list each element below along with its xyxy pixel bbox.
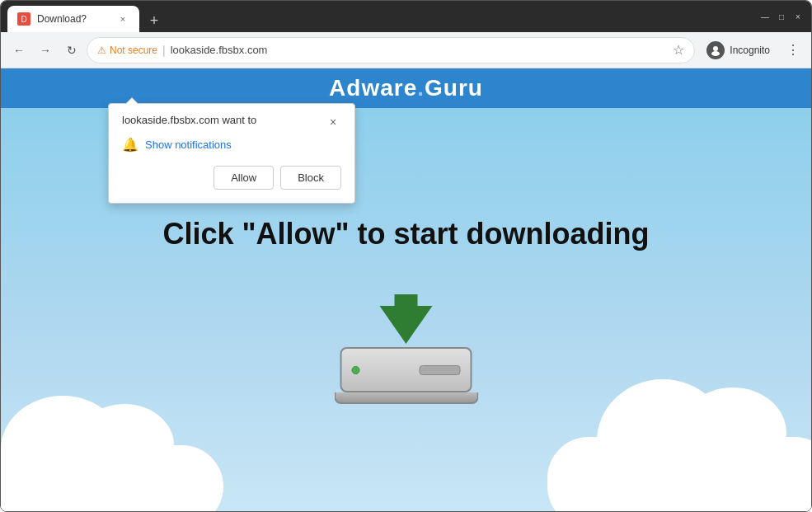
page-content: Adware.Guru Click "Allow" to start downl…	[1, 68, 811, 511]
popup-buttons: Allow Block	[122, 166, 341, 190]
popup-show-notifications-link[interactable]: Show notifications	[145, 139, 232, 151]
download-arrow-icon	[380, 306, 433, 344]
browser-window: D Download? × + — □ × ← → ↻ ⚠ Not secure…	[0, 0, 812, 512]
block-button[interactable]: Block	[280, 166, 341, 190]
cloud-right	[547, 437, 811, 511]
warning-icon: ⚠	[97, 45, 106, 56]
hdd-base	[334, 392, 478, 404]
security-indicator: ⚠ Not secure	[97, 45, 157, 56]
incognito-label: Incognito	[730, 45, 770, 56]
security-label: Not secure	[110, 45, 157, 56]
maximize-button[interactable]: □	[775, 10, 788, 23]
popup-domain-text: lookaside.fbsbx.com want to	[122, 114, 256, 126]
tab-close-btn[interactable]: ×	[116, 12, 129, 26]
popup-close-button[interactable]: ×	[325, 114, 341, 130]
bookmark-star-icon[interactable]: ☆	[673, 42, 684, 58]
popup-arrow	[125, 97, 138, 104]
brand-dot: .	[417, 75, 425, 101]
hdd-body	[340, 347, 472, 392]
popup-notification-row: 🔔 Show notifications	[122, 137, 341, 153]
close-window-button[interactable]: ×	[791, 10, 805, 23]
bell-icon: 🔔	[122, 137, 138, 153]
incognito-button[interactable]: Incognito	[698, 38, 778, 63]
separator: |	[162, 44, 166, 57]
back-button[interactable]: ←	[7, 39, 31, 62]
brand-name-part2: Guru	[425, 75, 483, 101]
url-text: lookaside.fbsbx.com	[171, 44, 268, 56]
hdd-led	[352, 366, 360, 374]
popup-header: lookaside.fbsbx.com want to ×	[122, 114, 341, 130]
brand-name-part1: Adware	[329, 75, 417, 101]
cloud-left	[1, 445, 223, 511]
notification-popup: lookaside.fbsbx.com want to × 🔔 Show not…	[108, 103, 355, 204]
brand-title: Adware.Guru	[329, 75, 483, 101]
address-bar[interactable]: ⚠ Not secure | lookaside.fbsbx.com ☆	[87, 37, 695, 63]
title-bar: D Download? × + — □ ×	[1, 1, 811, 32]
nav-actions: Incognito ⋮	[698, 38, 805, 63]
browser-menu-button[interactable]: ⋮	[781, 39, 805, 62]
minimize-button[interactable]: —	[758, 10, 772, 23]
reload-button[interactable]: ↻	[60, 39, 83, 62]
svg-point-1	[711, 51, 720, 56]
nav-bar: ← → ↻ ⚠ Not secure | lookaside.fbsbx.com…	[1, 32, 811, 68]
tab-favicon: D	[17, 12, 31, 26]
tab-bar: D Download? × +	[7, 1, 752, 32]
active-tab[interactable]: D Download? ×	[7, 6, 139, 32]
tab-title: Download?	[37, 13, 110, 25]
download-illustration	[334, 306, 478, 404]
hdd-slot	[420, 365, 461, 375]
svg-point-0	[713, 46, 718, 51]
new-tab-button[interactable]: +	[143, 9, 166, 32]
main-headline: Click "Allow" to start downloading	[1, 217, 811, 251]
window-controls: — □ ×	[752, 10, 805, 23]
allow-button[interactable]: Allow	[214, 166, 274, 190]
forward-button[interactable]: →	[34, 39, 57, 62]
incognito-icon	[706, 41, 725, 59]
brand-header: Adware.Guru	[1, 68, 811, 108]
